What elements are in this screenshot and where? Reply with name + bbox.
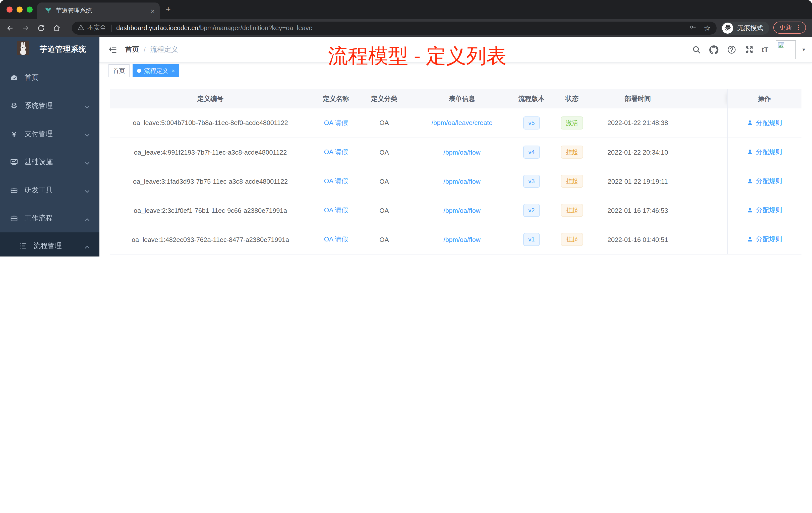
chrome-tab-strip: 芋道管理系统 × + (0, 0, 812, 19)
sidebar-item-infrastructure[interactable]: 基础设施 (0, 148, 99, 176)
cell-deploy-time: 2022-01-22 19:19:11 (598, 167, 678, 196)
chevron-up-icon (84, 243, 90, 251)
definition-name-link[interactable]: OA 请假 (324, 206, 348, 214)
sidebar: 芋道管理系统 首页 ⚙ 系统管理 ¥ 支付管理 (0, 37, 99, 256)
assign-rule-button[interactable]: 分配规则 (747, 177, 782, 186)
toolbox-icon (10, 186, 18, 194)
search-icon[interactable] (692, 45, 701, 55)
hamburger-icon[interactable] (109, 45, 117, 54)
back-icon[interactable] (5, 23, 15, 33)
cell-category: OA (361, 225, 407, 254)
table-row: oa_leave:4:991f2193-7b7f-11ec-a3c8-acde4… (110, 138, 802, 167)
breadcrumb-home[interactable]: 首页 (125, 45, 139, 54)
breadcrumb-current: 流程定义 (150, 45, 178, 54)
rabbit-logo (17, 41, 29, 57)
definition-name-link[interactable]: OA 请假 (324, 177, 348, 185)
cell-definition-id: oa_leave:4:991f2193-7b7f-11ec-a3c8-acde4… (110, 138, 311, 167)
forward-icon[interactable] (21, 23, 31, 33)
reload-icon[interactable] (36, 23, 46, 33)
col-filler (678, 89, 727, 109)
form-link[interactable]: /bpm/oa/flow (443, 177, 480, 185)
table-header-row: 定义编号 定义名称 定义分类 表单信息 流程版本 状态 部署时间 操作 (110, 89, 802, 109)
cell-category: OA (361, 138, 407, 167)
status-badge: 挂起 (561, 233, 583, 246)
assign-rule-button[interactable]: 分配规则 (747, 148, 782, 157)
sidebar-item-system[interactable]: ⚙ 系统管理 (0, 92, 99, 120)
assign-rule-button[interactable]: 分配规则 (747, 235, 782, 244)
minimize-window-button[interactable] (17, 6, 23, 12)
bookmark-star-icon[interactable]: ☆ (704, 24, 710, 32)
chevron-down-icon (84, 188, 90, 196)
list-tree-icon (19, 242, 27, 250)
form-link[interactable]: /bpm/oa/flow (443, 236, 480, 243)
avatar[interactable] (776, 40, 796, 59)
cell-definition-id: oa_leave:2:3c1f0ef1-76b1-11ec-9c66-a2380… (110, 196, 311, 225)
navbar: 首页 / 流程定义 tT (99, 37, 812, 63)
sidebar-item-workflow[interactable]: 工作流程 (0, 204, 99, 233)
version-badge: v3 (523, 175, 540, 188)
key-icon[interactable] (689, 23, 697, 33)
col-definition-name: 定义名称 (311, 89, 361, 109)
form-link[interactable]: /bpm/oa/leave/create (432, 119, 493, 127)
assign-rule-button[interactable]: 分配规则 (747, 206, 782, 215)
cell-definition-id: oa_leave:5:004b710b-7b8a-11ec-8ef0-acde4… (110, 109, 311, 138)
tab-close-icon[interactable]: × (151, 7, 155, 15)
cell-deploy-time: 2022-01-16 01:40:51 (598, 225, 678, 254)
version-badge: v2 (523, 204, 540, 217)
browser-update-button[interactable]: 更新 ⋮ (773, 22, 806, 34)
cell-deploy-time: 2022-01-22 21:48:38 (598, 109, 678, 138)
breadcrumb-separator: / (144, 46, 146, 54)
new-tab-icon[interactable]: + (166, 4, 171, 15)
col-definition-id: 定义编号 (110, 89, 311, 109)
browser-menu-icon[interactable]: ⋮ (795, 24, 802, 31)
definition-name-link[interactable]: OA 请假 (324, 148, 348, 156)
col-definition-category: 定义分类 (361, 89, 407, 109)
browser-window: 芋道管理系统 × + 不安全 dashboard.yudao.iocoder.c… (0, 0, 812, 256)
tag-home[interactable]: 首页 (109, 64, 129, 77)
table-row: oa_leave:5:004b710b-7b8a-11ec-8ef0-acde4… (110, 109, 802, 138)
sidebar-item-process-management[interactable]: 流程管理 (0, 233, 99, 256)
browser-tab[interactable]: 芋道管理系统 × (37, 2, 160, 19)
version-badge: v1 (523, 233, 540, 246)
help-icon[interactable] (727, 45, 737, 55)
col-form-info: 表单信息 (407, 89, 517, 109)
close-window-button[interactable] (6, 6, 12, 12)
cell-category: OA (361, 167, 407, 196)
url-bar[interactable]: 不安全 dashboard.yudao.iocoder.cn/bpm/manag… (72, 21, 717, 34)
table-row: oa_leave:3:1fad3d93-7b75-11ec-a3c8-acde4… (110, 167, 802, 196)
url-text: dashboard.yudao.iocoder.cn/bpm/manager/d… (116, 24, 689, 32)
definition-name-link[interactable]: OA 请假 (324, 235, 348, 243)
divider (111, 24, 111, 31)
incognito-badge: 无痕模式 (721, 21, 769, 34)
text-size-icon[interactable]: tT (762, 46, 768, 54)
sidebar-item-payment[interactable]: ¥ 支付管理 (0, 120, 99, 148)
avatar-caret-icon[interactable]: ▼ (802, 47, 806, 52)
cell-deploy-time: 2022-01-16 17:46:53 (598, 196, 678, 225)
cell-definition-id: oa_leave:1:482ec033-762a-11ec-8477-a2380… (110, 225, 311, 254)
security-label[interactable]: 不安全 (87, 24, 106, 32)
cell-category: OA (361, 109, 407, 138)
col-actions: 操作 (727, 89, 802, 109)
cell-category: OA (361, 196, 407, 225)
cell-definition-id: oa_leave:3:1fad3d93-7b75-11ec-a3c8-acde4… (110, 167, 311, 196)
app-logo-row[interactable]: 芋道管理系统 (0, 37, 99, 62)
form-link[interactable]: /bpm/oa/flow (443, 148, 480, 156)
tag-process-definition[interactable]: 流程定义 × (133, 64, 179, 77)
github-icon[interactable] (709, 45, 719, 55)
chevron-up-icon (84, 216, 90, 224)
maximize-window-button[interactable] (27, 6, 33, 12)
fullscreen-icon[interactable] (744, 45, 754, 55)
sidebar-item-dev-tools[interactable]: 研发工具 (0, 176, 99, 204)
form-link[interactable]: /bpm/oa/flow (443, 207, 480, 214)
active-dot (137, 69, 141, 73)
version-badge: v4 (523, 146, 540, 159)
definition-name-link[interactable]: OA 请假 (324, 119, 348, 126)
tag-close-icon[interactable]: × (172, 68, 175, 74)
sidebar-item-home[interactable]: 首页 (0, 64, 99, 92)
yen-icon: ¥ (10, 130, 18, 138)
table-row: oa_leave:2:3c1f0ef1-76b1-11ec-9c66-a2380… (110, 196, 802, 225)
home-icon[interactable] (52, 23, 62, 33)
assign-rule-button[interactable]: 分配规则 (747, 118, 782, 127)
favicon-plant-icon (45, 6, 52, 15)
incognito-icon (722, 22, 733, 33)
